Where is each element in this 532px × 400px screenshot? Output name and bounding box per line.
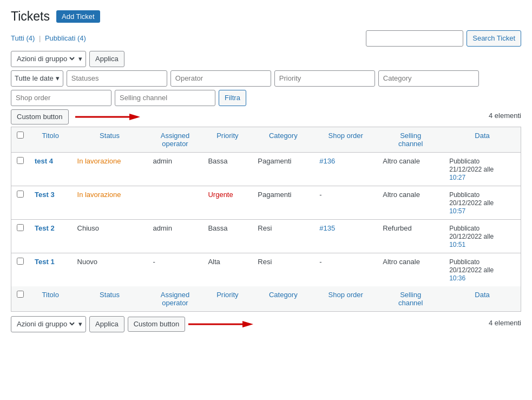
ticket-shop-order-cell: #135 xyxy=(314,219,377,253)
ticket-date-cell: Pubblicato20/12/2022 alle10:51 xyxy=(444,219,521,253)
row-checkbox[interactable] xyxy=(17,191,24,198)
col-header-selling-channel[interactable]: Sellingchannel xyxy=(377,127,444,152)
shop-order-link[interactable]: #135 xyxy=(319,224,335,232)
ticket-selling-channel: Altro canale xyxy=(383,258,420,266)
select-all-checkbox-header[interactable] xyxy=(11,127,30,152)
filtra-button[interactable]: Filtra xyxy=(219,90,246,106)
col-header-shop-order[interactable]: Shop order xyxy=(314,127,377,152)
col-header-priority[interactable]: Priority xyxy=(202,127,252,152)
ticket-title-link[interactable]: Test 2 xyxy=(35,224,55,232)
ticket-operator: admin xyxy=(153,157,172,165)
ticket-category: Pagamenti xyxy=(258,157,291,165)
applica-button-top[interactable]: Applica xyxy=(89,51,124,67)
col-header-operator[interactable]: Assignedoperator xyxy=(148,127,203,152)
ticket-category: Resi xyxy=(258,224,272,232)
ticket-operator: - xyxy=(153,258,155,266)
chevron-down-icon: ▾ xyxy=(56,74,60,82)
ticket-date: Pubblicato20/12/2022 alle10:51 xyxy=(449,225,494,248)
shop-order-value: - xyxy=(319,191,321,199)
ticket-title-link[interactable]: Test 3 xyxy=(35,191,55,199)
row-checkbox-cell[interactable] xyxy=(11,186,30,219)
search-button[interactable]: Search Ticket xyxy=(467,30,521,47)
ticket-time-link[interactable]: 10:57 xyxy=(449,207,465,215)
ticket-selling-channel: Altro canale xyxy=(383,191,420,199)
elementi-count-top: 4 elementi xyxy=(489,112,521,120)
search-input[interactable] xyxy=(366,30,463,47)
col-header-title[interactable]: Titolo xyxy=(29,127,72,152)
ticket-status-cell: Nuovo xyxy=(72,253,148,286)
elementi-count-bottom: 4 elementi xyxy=(489,319,521,327)
ticket-title-cell: Test 2 xyxy=(29,219,72,253)
ticket-title-cell: test 4 xyxy=(29,152,72,186)
ticket-time-link[interactable]: 10:27 xyxy=(449,174,465,181)
red-arrow-annotation-top xyxy=(75,112,140,122)
ticket-selling-channel: Altro canale xyxy=(383,157,420,165)
ticket-selling-channel-cell: Altro canale xyxy=(377,253,444,286)
ticket-date-cell: Pubblicato20/12/2022 alle10:36 xyxy=(444,253,521,286)
date-filter[interactable]: Tutte le date ▾ xyxy=(11,70,63,87)
ticket-shop-order-cell: - xyxy=(314,253,377,286)
statuses-filter[interactable] xyxy=(67,70,167,87)
row-checkbox-cell[interactable] xyxy=(11,152,30,186)
ticket-category-cell: Resi xyxy=(252,219,314,253)
ticket-selling-channel-cell: Altro canale xyxy=(377,186,444,219)
ticket-priority-cell: Bassa xyxy=(202,152,252,186)
shop-order-filter[interactable] xyxy=(11,90,111,106)
ticket-priority-cell: Urgente xyxy=(202,186,252,219)
select-all-checkbox[interactable] xyxy=(17,132,24,139)
ticket-date-cell: Pubblicato20/12/2022 alle10:57 xyxy=(444,186,521,219)
table-header-row: Titolo Status Assignedoperator Priority … xyxy=(11,127,521,152)
all-tickets-link[interactable]: Tutti (4) xyxy=(11,34,35,42)
ticket-shop-order-cell: - xyxy=(314,186,377,219)
custom-button-bottom[interactable]: Custom button xyxy=(128,317,186,332)
ticket-title-link[interactable]: Test 1 xyxy=(35,258,55,266)
published-tickets-link[interactable]: Pubblicati (4) xyxy=(45,34,86,42)
ticket-selling-channel: Refurbed xyxy=(383,224,411,232)
applica-button-bottom[interactable]: Applica xyxy=(89,316,124,332)
ticket-priority-cell: Bassa xyxy=(202,219,252,253)
row-checkbox[interactable] xyxy=(17,224,24,231)
group-action-select[interactable]: Azioni di gruppo xyxy=(15,54,76,63)
group-action-select-wrapper[interactable]: Azioni di gruppo ▾ xyxy=(11,51,86,67)
chevron-down-icon-bottom: ▾ xyxy=(78,320,82,328)
select-all-checkbox-footer[interactable] xyxy=(11,286,30,312)
add-ticket-button[interactable]: Add Ticket xyxy=(56,10,100,23)
ticket-priority: Bassa xyxy=(208,224,227,232)
ticket-status: Nuovo xyxy=(77,258,98,266)
operator-filter[interactable] xyxy=(170,70,271,87)
ticket-status-cell: Chiuso xyxy=(72,219,148,253)
group-action-select-bottom-wrapper[interactable]: Azioni di gruppo ▾ xyxy=(11,316,86,332)
ticket-selling-channel-cell: Altro canale xyxy=(377,152,444,186)
ticket-status-cell: In lavorazione xyxy=(72,152,148,186)
ticket-time-link[interactable]: 10:51 xyxy=(449,241,465,248)
svg-marker-3 xyxy=(242,321,253,327)
col-footer-selling-channel: Sellingchannel xyxy=(377,286,444,312)
ticket-status: In lavorazione xyxy=(77,157,121,165)
table-row: Test 3 In lavorazione Urgente Pagamenti … xyxy=(11,186,521,219)
ticket-operator-cell: - xyxy=(148,253,203,286)
ticket-status-cell: In lavorazione xyxy=(72,186,148,219)
col-header-category[interactable]: Category xyxy=(252,127,314,152)
row-checkbox[interactable] xyxy=(17,157,24,164)
select-all-checkbox-footer[interactable] xyxy=(17,291,24,298)
priority-filter[interactable] xyxy=(274,70,375,87)
row-checkbox[interactable] xyxy=(17,258,24,265)
selling-channel-filter[interactable] xyxy=(115,90,215,106)
col-footer-title: Titolo xyxy=(29,286,72,312)
row-checkbox-cell[interactable] xyxy=(11,253,30,286)
red-arrow-annotation-bottom xyxy=(188,319,253,330)
shop-order-link[interactable]: #136 xyxy=(319,157,335,165)
custom-button-top[interactable]: Custom button xyxy=(11,109,69,124)
svg-marker-1 xyxy=(129,114,140,120)
col-header-status[interactable]: Status xyxy=(72,127,148,152)
col-header-data[interactable]: Data xyxy=(444,127,521,152)
category-filter[interactable] xyxy=(378,70,479,87)
ticket-time-link[interactable]: 10:36 xyxy=(449,274,465,282)
ticket-date: Pubblicato20/12/2022 alle10:57 xyxy=(449,191,494,215)
ticket-priority: Urgente xyxy=(208,191,233,199)
ticket-title-link[interactable]: test 4 xyxy=(35,157,53,165)
group-action-select-bottom[interactable]: Azioni di gruppo xyxy=(15,319,76,329)
row-checkbox-cell[interactable] xyxy=(11,219,30,253)
table-footer-row: Titolo Status Assignedoperator Priority … xyxy=(11,286,521,312)
ticket-date: Pubblicato20/12/2022 alle10:36 xyxy=(449,258,494,282)
